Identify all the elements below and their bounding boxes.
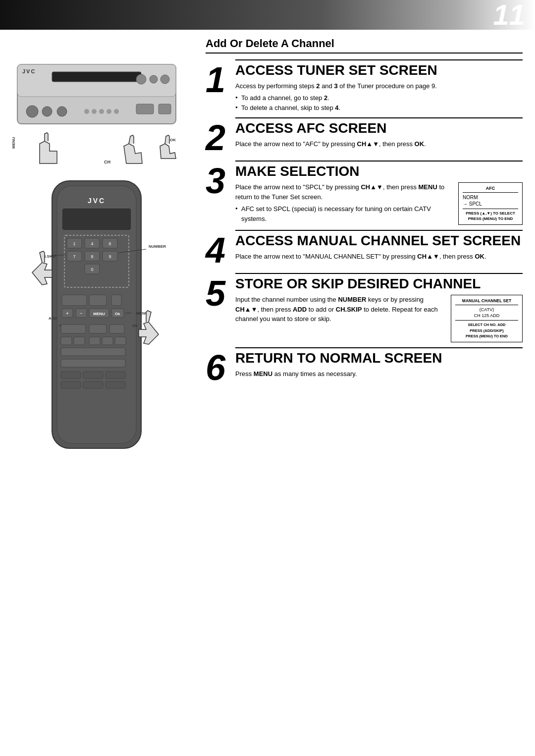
step-6-number: 6 xyxy=(206,350,225,385)
step-3-screen: AFC NORM → SPCL PRESS (▲,▼) TO SELECTPRE… xyxy=(458,182,523,225)
right-column: Add Or Delete A Channel 1 ACCESS TUNER S… xyxy=(193,30,535,756)
svg-rect-67 xyxy=(61,348,125,356)
svg-rect-64 xyxy=(89,337,100,345)
step-5-screen-footer: SELECT CH NO. ADDPRESS (ADD/SKIP)PRESS (… xyxy=(455,320,518,339)
step-3-desc: Place the arrow next to "SPCL" by pressi… xyxy=(235,182,453,202)
step-3-content: MAKE SELECTION Place the arrow next to "… xyxy=(233,161,523,225)
step-3-title: MAKE SELECTION xyxy=(235,161,523,179)
step-1: 1 ACCESS TUNER SET SCREEN Access by perf… xyxy=(206,59,523,112)
svg-text:JVC: JVC xyxy=(88,197,106,205)
svg-rect-61 xyxy=(109,324,124,333)
svg-text:CH: CH xyxy=(104,160,110,164)
svg-rect-43 xyxy=(62,295,87,306)
step-2-desc: Place the arrow next to "AFC" by pressin… xyxy=(235,139,523,149)
step-2-number: 2 xyxy=(206,120,225,156)
svg-point-10 xyxy=(84,109,89,114)
vcr-illustration: JVC xyxy=(12,54,181,134)
step-1-bullet-2: To delete a channel, skip to step 4. xyxy=(235,103,523,113)
step-4-number-col: 4 xyxy=(206,230,233,268)
step-4-number: 4 xyxy=(206,232,225,268)
step-2-title: ACCESS AFC SCREEN xyxy=(235,117,523,136)
step-1-desc: Access by performing steps 2 and 3 of th… xyxy=(235,81,523,91)
step-5-content: STORE OR SKIP DESIRED CHANNEL Input the … xyxy=(233,273,523,342)
step-2-number-col: 2 xyxy=(206,117,233,156)
svg-text:MENU: MENU xyxy=(12,137,16,149)
step-1-number: 1 xyxy=(206,62,225,98)
step-3: 3 MAKE SELECTION Place the arrow next to… xyxy=(206,161,523,225)
svg-rect-45 xyxy=(111,295,121,306)
svg-point-13 xyxy=(107,109,111,114)
step-4: 4 ACCESS MANUAL CHANNEL SET SCREEN Place… xyxy=(206,230,523,268)
svg-rect-71 xyxy=(106,372,125,378)
svg-text:4: 4 xyxy=(91,241,93,246)
svg-rect-74 xyxy=(106,381,125,388)
step-3-bullet-1: AFC set to SPCL (special) is necessary f… xyxy=(235,204,453,223)
step-3-inner: Place the arrow next to "SPCL" by pressi… xyxy=(235,182,523,225)
step-6-title: RETURN TO NORMAL SCREEN xyxy=(235,347,523,366)
step-2: 2 ACCESS AFC SCREEN Place the arrow next… xyxy=(206,117,523,156)
svg-text:8: 8 xyxy=(91,254,93,259)
svg-text:6: 6 xyxy=(108,241,111,246)
svg-point-7 xyxy=(26,106,38,117)
svg-text:−: − xyxy=(80,311,83,316)
svg-rect-63 xyxy=(74,337,85,345)
svg-rect-59 xyxy=(61,324,86,333)
step-1-content: ACCESS TUNER SET SCREEN Access by perfor… xyxy=(233,59,523,112)
svg-point-6 xyxy=(160,75,169,84)
vcr-hands: MENU CH OK xyxy=(12,129,181,168)
svg-text:JVC: JVC xyxy=(22,68,36,74)
step-5-screen-row-2: CH 125 ADD xyxy=(455,313,518,318)
step-6-number-col: 6 xyxy=(206,347,233,385)
svg-point-5 xyxy=(150,75,158,83)
step-1-number-col: 1 xyxy=(206,59,233,112)
step-5-screen-title: MANUAL CHANNEL SET xyxy=(455,298,518,305)
svg-rect-62 xyxy=(61,337,72,345)
step-3-text: Place the arrow next to "SPCL" by pressi… xyxy=(235,182,453,223)
svg-point-14 xyxy=(114,109,119,114)
step-5-screen-row-1: (CATV) xyxy=(455,307,518,312)
step-1-title: ACCESS TUNER SET SCREEN xyxy=(235,59,523,78)
step-6-content: RETURN TO NORMAL SCREEN Press MENU as ma… xyxy=(233,347,523,385)
svg-rect-69 xyxy=(61,372,81,378)
svg-text:0: 0 xyxy=(91,267,93,272)
svg-point-12 xyxy=(99,109,104,114)
step-5-number: 5 xyxy=(206,275,225,311)
svg-text:1: 1 xyxy=(73,241,75,246)
svg-point-8 xyxy=(42,107,52,116)
svg-rect-68 xyxy=(61,359,125,367)
svg-rect-44 xyxy=(89,295,107,306)
svg-text:7: 7 xyxy=(73,254,75,259)
svg-text:+: + xyxy=(66,311,69,316)
step-5-number-col: 5 xyxy=(206,273,233,342)
step-3-screen-footer: PRESS (▲,▼) TO SELECTPRESS (MENU) TO END xyxy=(463,209,518,221)
page-title: Add Or Delete A Channel xyxy=(206,37,523,54)
svg-rect-16 xyxy=(159,104,171,114)
svg-rect-15 xyxy=(136,104,154,114)
svg-rect-65 xyxy=(102,337,113,345)
svg-rect-23 xyxy=(62,208,131,230)
step-4-content: ACCESS MANUAL CHANNEL SET SCREEN Place t… xyxy=(233,230,523,268)
top-bar: 11 xyxy=(0,0,535,30)
svg-text:9: 9 xyxy=(108,254,111,259)
step-6: 6 RETURN TO NORMAL SCREEN Press MENU as … xyxy=(206,347,523,385)
step-5-text: Input the channel number using the NUMBE… xyxy=(235,295,446,326)
step-1-bullet-1: To add a channel, go to step 2. xyxy=(235,93,523,103)
step-5-title: STORE OR SKIP DESIRED CHANNEL xyxy=(235,273,523,292)
step-5-inner: Input the channel number using the NUMBE… xyxy=(235,295,523,342)
remote-illustration: JVC 1 4 6 7 8 9 0 CH.SKIP NUMBER xyxy=(12,176,181,483)
svg-rect-70 xyxy=(83,372,103,378)
step-3-number-col: 3 xyxy=(206,161,233,225)
step-4-title: ACCESS MANUAL CHANNEL SET SCREEN xyxy=(235,230,523,249)
svg-point-4 xyxy=(136,74,146,84)
page-number: 11 xyxy=(493,0,535,29)
step-6-desc: Press MENU as many times as necessary. xyxy=(235,369,523,379)
svg-rect-73 xyxy=(83,381,103,388)
svg-text:Ok: Ok xyxy=(115,312,120,316)
svg-rect-72 xyxy=(61,381,81,388)
step-3-screen-title: AFC xyxy=(463,186,518,193)
svg-rect-66 xyxy=(115,337,126,345)
svg-text:ADD: ADD xyxy=(49,316,57,321)
svg-text:Ok: Ok xyxy=(132,324,138,328)
svg-point-9 xyxy=(57,107,67,116)
step-5: 5 STORE OR SKIP DESIRED CHANNEL Input th… xyxy=(206,273,523,342)
